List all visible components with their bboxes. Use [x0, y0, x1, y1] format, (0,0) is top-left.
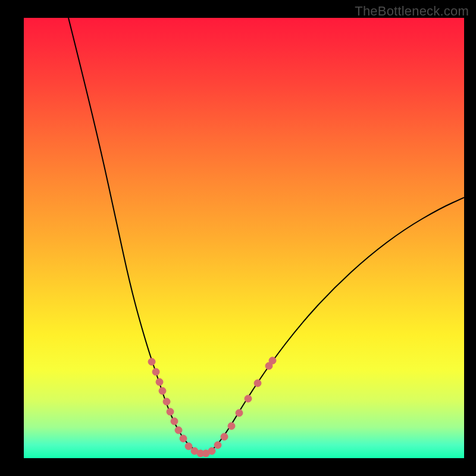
data-marker [180, 435, 187, 442]
data-marker [228, 422, 235, 430]
data-marker [269, 357, 276, 364]
data-marker [152, 368, 159, 375]
watermark-text: TheBottleneck.com [355, 4, 469, 19]
data-marker [163, 398, 170, 405]
data-marker [171, 418, 178, 425]
data-marker [236, 409, 243, 416]
data-marker [254, 380, 261, 387]
data-marker [156, 378, 163, 386]
data-marker [214, 441, 221, 449]
plot-area [24, 18, 464, 458]
chart-frame: TheBottleneck.com [0, 0, 476, 476]
data-marker [245, 395, 252, 402]
data-marker [185, 443, 192, 450]
curve-layer [24, 18, 464, 458]
data-marker [208, 447, 215, 455]
bottleneck-curve [68, 18, 464, 453]
data-marker [148, 358, 155, 365]
data-marker [221, 433, 228, 440]
data-marker [167, 408, 174, 415]
data-marker [175, 427, 182, 434]
data-marker [159, 387, 166, 394]
